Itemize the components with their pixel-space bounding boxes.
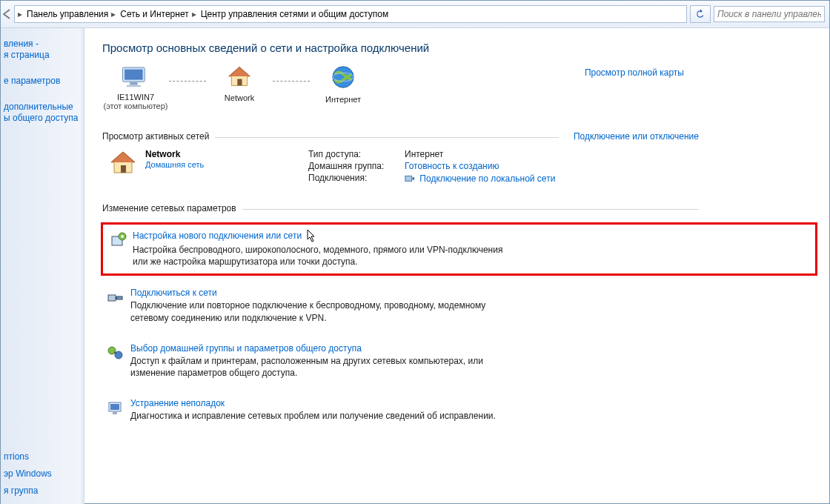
sidebar-text: я страница: [4, 50, 50, 60]
sharing-icon: [107, 343, 126, 379]
section-change-settings: Изменение сетевых параметров: [102, 203, 817, 213]
refresh-button[interactable]: [690, 5, 711, 23]
map-node-this-pc: IE11WIN7 (этот компьютер): [102, 64, 169, 110]
window-frame: ▸ Панель управления ▸ Сеть и Интернет ▸ …: [0, 0, 830, 504]
svg-rect-13: [116, 296, 122, 299]
connect-disconnect-link[interactable]: Подключение или отключение: [574, 131, 699, 142]
svg-rect-18: [113, 412, 117, 414]
svg-rect-8: [405, 176, 412, 181]
sidebar-text: ы общего доступа: [4, 113, 79, 123]
map-label: Network: [206, 93, 273, 102]
globe-icon: [331, 64, 356, 90]
breadcrumb-bar[interactable]: ▸ Панель управления ▸ Сеть и Интернет ▸ …: [14, 5, 687, 23]
sidebar-link-options[interactable]: птions: [1, 448, 84, 465]
task-connect-network[interactable]: Подключиться к сети Подключение или повт…: [101, 280, 817, 331]
map-sublabel: (этот компьютер): [102, 102, 169, 110]
back-forward-stub[interactable]: [1, 6, 13, 22]
cursor-icon: [307, 231, 316, 242]
breadcrumb-item[interactable]: Центр управления сетями и общим доступом: [201, 9, 389, 19]
svg-rect-9: [413, 177, 415, 180]
chevron-right-icon: ▸: [192, 9, 196, 19]
map-label: IE11WIN7: [102, 93, 169, 102]
sidebar-link-advanced-sharing[interactable]: дополнительныеы общего доступа: [1, 99, 84, 127]
breadcrumb-item[interactable]: Сеть и Интернет: [120, 9, 188, 19]
sidebar-link-homegroup[interactable]: я группа: [1, 483, 84, 500]
task-desc: Доступ к файлам и принтерам, расположенн…: [130, 355, 516, 379]
sidebar-link-home[interactable]: вления -я страница: [1, 36, 84, 64]
map-connector-icon: [273, 81, 310, 82]
section-active-networks: Просмотр активных сетей Подключение или …: [102, 131, 817, 142]
network-name: Network: [145, 149, 204, 159]
task-title-link[interactable]: Устранение неполадок: [130, 398, 225, 408]
sidebar-see-also: птions эр Windows я группа: [1, 448, 84, 500]
kv-key: Подключения:: [308, 173, 405, 185]
full-map-link[interactable]: Просмотр полной карты: [585, 67, 684, 78]
kv-key: Тип доступа:: [308, 149, 405, 159]
sidebar-text: вления -: [4, 39, 39, 49]
svg-rect-1: [124, 70, 143, 80]
kv-value: Интернет: [405, 149, 443, 159]
task-title-link[interactable]: Подключиться к сети: [130, 288, 217, 298]
kv-key: Домашняя группа:: [308, 161, 405, 171]
map-node-internet: Интернет: [310, 64, 376, 104]
task-homegroup-sharing[interactable]: Выбор домашней группы и параметров общег…: [101, 336, 817, 386]
task-desc: Настройка беспроводного, широкополосного…: [133, 244, 518, 268]
page-title: Просмотр основных сведений о сети и наст…: [102, 42, 817, 54]
map-label: Интернет: [310, 95, 376, 104]
svg-point-5: [333, 67, 353, 87]
svg-rect-4: [237, 79, 242, 86]
wizard-icon: [109, 231, 128, 268]
homegroup-link[interactable]: Готовность к созданию: [405, 161, 499, 171]
troubleshoot-icon: [107, 398, 126, 422]
connection-link[interactable]: Подключение по локальной сети: [419, 173, 555, 184]
network-map: Просмотр полной карты IE11WIN7 (этот ком…: [102, 64, 817, 124]
task-desc: Подключение или повторное подключение к …: [130, 299, 516, 323]
search-input[interactable]: [714, 6, 825, 22]
svg-rect-3: [127, 85, 141, 87]
section-label: Просмотр активных сетей: [102, 131, 209, 142]
task-title-link[interactable]: Выбор домашней группы и параметров общег…: [130, 343, 362, 354]
monitor-icon: [120, 64, 151, 91]
chevron-right-icon: ▸: [18, 9, 22, 19]
task-list: Настройка нового подключения или сети На…: [101, 222, 817, 429]
active-network-row: Network Домашняя сеть Тип доступа: Интер…: [102, 146, 817, 196]
sidebar-link-adapter-settings[interactable]: е параметров: [1, 73, 84, 90]
svg-rect-12: [108, 295, 116, 301]
nic-icon: [405, 173, 415, 185]
content-area: Просмотр основных сведений о сети и наст…: [84, 28, 829, 504]
svg-rect-17: [110, 404, 119, 410]
sidebar-text: дополнительные: [4, 102, 73, 112]
network-type-link[interactable]: Домашняя сеть: [145, 160, 204, 169]
house-icon: [226, 64, 253, 88]
svg-rect-2: [130, 82, 138, 85]
house-icon: [108, 149, 138, 176]
section-label: Изменение сетевых параметров: [102, 203, 236, 213]
connect-icon: [107, 288, 126, 323]
task-title-link[interactable]: Настройка нового подключения или сети: [133, 231, 302, 241]
task-troubleshoot[interactable]: Устранение неполадок Диагностика и испра…: [101, 391, 817, 429]
map-node-network: Network: [206, 64, 273, 102]
sidebar: вления -я страница е параметров дополнит…: [1, 28, 84, 504]
map-connector-icon: [169, 81, 206, 82]
sidebar-link-firewall[interactable]: эр Windows: [1, 465, 84, 483]
task-setup-connection[interactable]: Настройка нового подключения или сети На…: [101, 222, 817, 276]
svg-rect-7: [121, 165, 126, 173]
chevron-right-icon: ▸: [111, 9, 116, 19]
breadcrumb-item[interactable]: Панель управления: [27, 9, 108, 19]
window-toolbar: ▸ Панель управления ▸ Сеть и Интернет ▸ …: [1, 1, 829, 28]
task-desc: Диагностика и исправление сетевых пробле…: [130, 410, 496, 422]
